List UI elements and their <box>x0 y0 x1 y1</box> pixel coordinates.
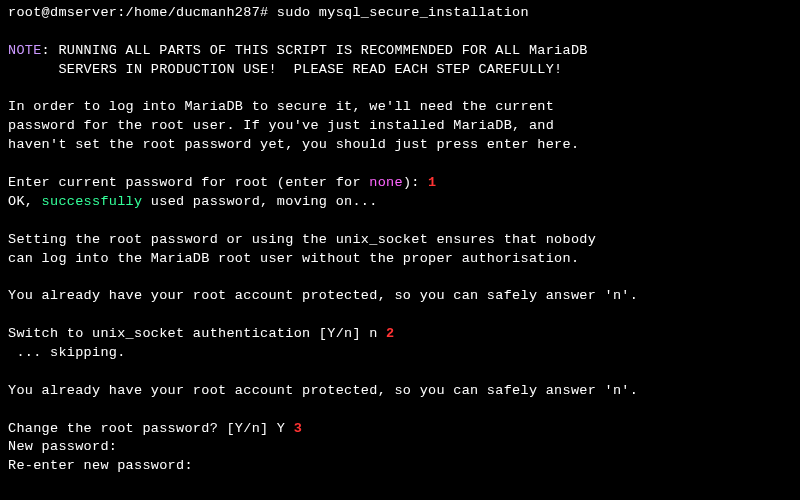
blank-line <box>8 212 792 231</box>
blank-line <box>8 401 792 420</box>
marker-2: 2 <box>386 326 394 341</box>
ok-line: OK, successfully used password, moving o… <box>8 193 792 212</box>
blank-line <box>8 155 792 174</box>
note-line-1: NOTE: RUNNING ALL PARTS OF THIS SCRIPT I… <box>8 42 792 61</box>
already-protected-2: You already have your root account prote… <box>8 382 792 401</box>
command-text[interactable]: sudo mysql_secure_installation <box>277 5 529 20</box>
intro-line-2: password for the root user. If you've ju… <box>8 117 792 136</box>
prompt-path: :/home/ducmanh287# <box>117 5 277 20</box>
marker-1: 1 <box>428 175 436 190</box>
skipping-line: ... skipping. <box>8 344 792 363</box>
intro-line-1: In order to log into MariaDB to secure i… <box>8 98 792 117</box>
change-text: Change the root password? [Y/n] Y <box>8 421 294 436</box>
note-line-2: SERVERS IN PRODUCTION USE! PLEASE READ E… <box>8 61 792 80</box>
success-word: successfully <box>42 194 143 209</box>
blank-line <box>8 80 792 99</box>
ok-suffix: used password, moving on... <box>142 194 377 209</box>
marker-3: 3 <box>294 421 302 436</box>
prompt-userhost: root@dmserver <box>8 5 117 20</box>
setting-line-2: can log into the MariaDB root user witho… <box>8 250 792 269</box>
shell-prompt-line: root@dmserver:/home/ducmanh287# sudo mys… <box>8 4 792 23</box>
new-password-prompt[interactable]: New password: <box>8 438 792 457</box>
none-keyword: none <box>369 175 403 190</box>
ok-prefix: OK, <box>8 194 42 209</box>
reenter-password-prompt[interactable]: Re-enter new password: <box>8 457 792 476</box>
setting-line-1: Setting the root password or using the u… <box>8 231 792 250</box>
note-label: NOTE <box>8 43 42 58</box>
switch-text: Switch to unix_socket authentication [Y/… <box>8 326 386 341</box>
already-protected-1: You already have your root account prote… <box>8 287 792 306</box>
blank-line <box>8 23 792 42</box>
blank-line <box>8 306 792 325</box>
enter-password-prefix: Enter current password for root (enter f… <box>8 175 369 190</box>
switch-auth-prompt[interactable]: Switch to unix_socket authentication [Y/… <box>8 325 792 344</box>
note-text-1: : RUNNING ALL PARTS OF THIS SCRIPT IS RE… <box>42 43 588 58</box>
blank-line <box>8 363 792 382</box>
enter-password-suffix: ): <box>403 175 428 190</box>
intro-line-3: haven't set the root password yet, you s… <box>8 136 792 155</box>
change-password-prompt[interactable]: Change the root password? [Y/n] Y 3 <box>8 420 792 439</box>
enter-password-prompt[interactable]: Enter current password for root (enter f… <box>8 174 792 193</box>
blank-line <box>8 268 792 287</box>
